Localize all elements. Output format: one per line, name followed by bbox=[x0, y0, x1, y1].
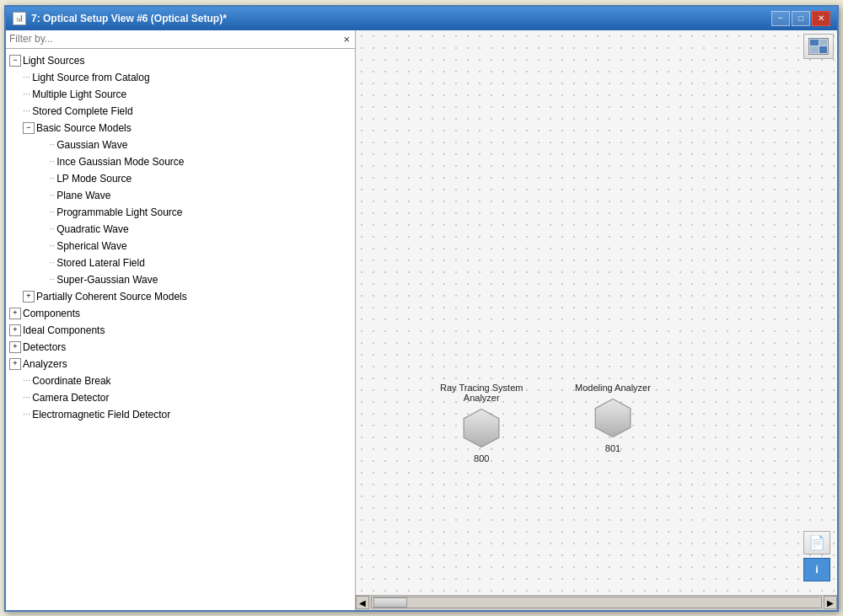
tree-item-light-sources[interactable]: − Light Sources bbox=[6, 52, 355, 69]
dots-icon: ·· bbox=[50, 255, 55, 270]
tree-item-label: Camera Detector bbox=[32, 390, 109, 405]
tree-item-detectors[interactable]: + Detectors bbox=[6, 339, 355, 356]
ray-tracing-node[interactable]: Ray Tracing SystemAnalyzer bbox=[440, 383, 523, 463]
grid-cell bbox=[810, 46, 819, 53]
dots-icon: ·· bbox=[50, 272, 55, 287]
filter-clear-button[interactable]: × bbox=[341, 33, 352, 46]
tree-item-stored-lateral-field[interactable]: ·· Stored Lateral Field bbox=[6, 254, 355, 271]
tree-item-ideal-components[interactable]: + Ideal Components bbox=[6, 322, 355, 339]
right-panel: Ray Tracing SystemAnalyzer bbox=[356, 30, 837, 610]
dots-icon: ·· bbox=[50, 222, 55, 236]
tree-item-light-source-catalog[interactable]: ··· Light Source from Catalog bbox=[6, 69, 355, 86]
tree-item-label: Electromagnetic Field Detector bbox=[32, 407, 170, 422]
tree-item-label: Analyzers bbox=[23, 356, 67, 372]
title-bar-left: 📊 7: Optical Setup View #6 (Optical Setu… bbox=[13, 12, 227, 25]
maximize-button[interactable]: □ bbox=[792, 11, 810, 26]
tree-item-components[interactable]: + Components bbox=[6, 305, 355, 322]
minimize-button[interactable]: − bbox=[771, 11, 790, 26]
tree-item-label: Programmable Light Source bbox=[56, 205, 182, 220]
title-bar: 📊 7: Optical Setup View #6 (Optical Setu… bbox=[6, 7, 837, 30]
svg-marker-0 bbox=[464, 409, 499, 447]
horizontal-scrollbar[interactable] bbox=[371, 597, 822, 608]
tree-item-label: Stored Lateral Field bbox=[56, 255, 145, 271]
tree-item-super-gaussian[interactable]: ·· Super-Gaussian Wave bbox=[6, 271, 355, 288]
tree-item-analyzers[interactable]: + Analyzers bbox=[6, 356, 355, 372]
grid-cell bbox=[819, 46, 828, 53]
tree-item-ince-gaussian[interactable]: ·· Ince Gaussian Mode Source bbox=[6, 153, 355, 170]
grid-cell bbox=[819, 40, 828, 46]
tree-item-spherical-wave[interactable]: ·· Spherical Wave bbox=[6, 238, 355, 254]
tree-item-quadratic-wave[interactable]: ·· Quadratic Wave bbox=[6, 221, 355, 238]
expander-icon[interactable]: − bbox=[23, 122, 35, 134]
expander-icon[interactable]: + bbox=[9, 308, 21, 319]
modeling-analyzer-node[interactable]: Modeling Analyzer 801 bbox=[575, 383, 651, 453]
document-icon: 📄 bbox=[808, 534, 825, 550]
tree-item-lp-mode[interactable]: ·· LP Mode Source bbox=[6, 170, 355, 187]
modeling-analyzer-number: 801 bbox=[605, 443, 620, 453]
tree-item-label: Stored Complete Field bbox=[32, 104, 132, 119]
right-toolbar bbox=[356, 30, 837, 62]
tree-item-label: Basic Source Models bbox=[36, 121, 132, 136]
tree-item-partially-coherent[interactable]: + Partially Coherent Source Models bbox=[6, 288, 355, 305]
dots-icon: ·· bbox=[50, 171, 55, 185]
expander-icon[interactable]: + bbox=[9, 341, 21, 353]
tree-item-label: Coordinate Break bbox=[32, 373, 110, 388]
expander-icon[interactable]: − bbox=[9, 55, 21, 67]
ray-tracing-hexagon[interactable] bbox=[459, 406, 503, 450]
content-area: × − Light Sources ··· Light Source from … bbox=[6, 30, 837, 610]
tree-item-label: Light Source from Catalog bbox=[32, 70, 149, 85]
expander-icon[interactable]: + bbox=[23, 291, 35, 303]
dots-icon: ··· bbox=[23, 407, 30, 421]
bottom-scrollbar-bar: ◀ ▶ bbox=[356, 595, 837, 610]
tree-item-coordinate-break[interactable]: ··· Coordinate Break bbox=[6, 372, 355, 389]
tree-item-label: Quadratic Wave bbox=[56, 222, 129, 237]
scroll-left-button[interactable]: ◀ bbox=[356, 596, 369, 609]
filter-bar: × bbox=[6, 30, 355, 49]
info-button[interactable]: i bbox=[803, 558, 830, 581]
scroll-right-button[interactable]: ▶ bbox=[824, 596, 837, 609]
scrollbar-thumb[interactable] bbox=[373, 597, 407, 608]
dots-icon: ·· bbox=[50, 205, 55, 219]
title-buttons: − □ ✕ bbox=[771, 11, 830, 26]
tree-item-plane-wave[interactable]: ·· Plane Wave bbox=[6, 187, 355, 204]
tree-item-multiple-light-source[interactable]: ··· Multiple Light Source bbox=[6, 86, 355, 103]
dots-icon: ··· bbox=[23, 87, 30, 101]
filter-input[interactable] bbox=[9, 33, 341, 45]
expander-icon[interactable]: + bbox=[9, 358, 21, 370]
tree-item-camera-detector[interactable]: ··· Camera Detector bbox=[6, 389, 355, 406]
dots-icon: ·· bbox=[50, 188, 55, 202]
tree-item-label: Spherical Wave bbox=[56, 238, 127, 254]
modeling-analyzer-hexagon[interactable] bbox=[591, 396, 635, 440]
canvas-area: Ray Tracing SystemAnalyzer bbox=[356, 62, 837, 595]
window-icon: 📊 bbox=[13, 12, 26, 25]
tree-item-label: Ince Gaussian Mode Source bbox=[56, 154, 184, 169]
main-window: 📊 7: Optical Setup View #6 (Optical Setu… bbox=[4, 5, 839, 612]
info-icon: i bbox=[815, 563, 819, 576]
dots-icon: ··· bbox=[23, 104, 30, 118]
tree-item-label: Ideal Components bbox=[23, 323, 105, 338]
svg-marker-1 bbox=[595, 399, 631, 437]
close-button[interactable]: ✕ bbox=[812, 11, 830, 26]
window-title: 7: Optical Setup View #6 (Optical Setup)… bbox=[31, 13, 227, 24]
tree-item-gaussian-wave[interactable]: ·· Gaussian Wave bbox=[6, 137, 355, 153]
grid-view-button[interactable] bbox=[803, 34, 834, 59]
tree-item-em-field-detector[interactable]: ··· Electromagnetic Field Detector bbox=[6, 406, 355, 423]
grid-cell bbox=[810, 40, 819, 46]
dots-icon: ·· bbox=[50, 137, 55, 152]
dots-icon: ··· bbox=[23, 373, 30, 388]
expander-icon[interactable]: + bbox=[9, 324, 21, 336]
ray-tracing-number: 800 bbox=[474, 453, 489, 463]
tree-item-label: Multiple Light Source bbox=[32, 87, 126, 102]
tree-item-label: Partially Coherent Source Models bbox=[36, 289, 187, 304]
ray-tracing-label: Ray Tracing SystemAnalyzer bbox=[440, 383, 523, 403]
tree-item-basic-source-models[interactable]: − Basic Source Models bbox=[6, 120, 355, 137]
grid-icon bbox=[808, 38, 829, 55]
tree-item-label: Components bbox=[23, 306, 80, 321]
document-button[interactable]: 📄 bbox=[803, 531, 830, 554]
right-side-buttons: 📄 i bbox=[800, 528, 834, 585]
tree-view: − Light Sources ··· Light Source from Ca… bbox=[6, 49, 355, 610]
tree-item-programmable-light[interactable]: ·· Programmable Light Source bbox=[6, 204, 355, 221]
tree-item-label: LP Mode Source bbox=[56, 171, 132, 186]
tree-item-label: Light Sources bbox=[23, 53, 84, 68]
tree-item-stored-complete-field[interactable]: ··· Stored Complete Field bbox=[6, 103, 355, 120]
